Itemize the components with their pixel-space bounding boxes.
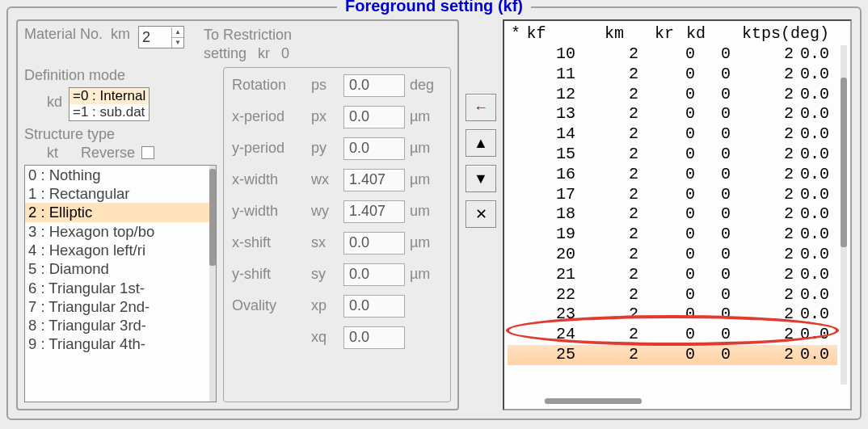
to-restriction-block: To Restriction setting kr 0 [204, 26, 292, 64]
list-item[interactable]: 9 : Triangular 4th- [25, 334, 209, 353]
param-sym: sx [311, 234, 339, 251]
col-kr: kr [624, 24, 674, 43]
param-row: x-periodpxµm [232, 106, 442, 128]
button-column: ← ▲ ▼ ✕ [466, 94, 496, 410]
col-kd: kd [674, 24, 706, 43]
param-name: y-period [232, 140, 306, 157]
param-input[interactable] [343, 169, 405, 191]
table-row[interactable]: 1420020.0 [508, 124, 837, 145]
table-row[interactable]: 2020020.0 [508, 245, 837, 265]
param-input[interactable] [343, 106, 405, 128]
param-row: y-periodpyµm [232, 137, 442, 160]
table-body: 1020020.01120020.01220020.01320020.01420… [508, 44, 837, 365]
param-row: x-widthwxµm [232, 169, 442, 191]
param-sym: ps [311, 77, 339, 94]
param-name: Rotation [232, 77, 306, 94]
param-input[interactable] [343, 200, 405, 223]
material-spinbox[interactable]: ▲ ▼ [138, 26, 184, 48]
table-row[interactable]: 1820020.0 [508, 204, 837, 225]
param-unit: deg [410, 77, 442, 94]
table-row[interactable]: 1020020.0 [508, 44, 837, 65]
table-row[interactable]: 1120020.0 [508, 65, 837, 85]
param-unit: µm [410, 171, 442, 188]
param-unit: µm [410, 140, 442, 157]
kr-value: 0 [281, 44, 289, 63]
table-row[interactable]: 2520020.0 [508, 345, 837, 365]
param-sym: wx [311, 171, 339, 188]
x-icon: ✕ [475, 205, 487, 223]
param-row: Rotationpsdeg [232, 74, 442, 97]
list-item[interactable]: 0 : Nothing [25, 166, 209, 184]
spin-up-icon[interactable]: ▲ [172, 27, 183, 38]
table-row[interactable]: 2120020.0 [508, 265, 837, 285]
material-label: Material No. [24, 26, 103, 43]
reverse-checkbox[interactable] [141, 146, 154, 159]
table-row[interactable]: 1320020.0 [508, 104, 837, 124]
definition-mode-label: Definition mode [24, 67, 217, 84]
param-name: y-width [232, 203, 306, 220]
list-item[interactable]: 8 : Triangular 3rd- [25, 316, 209, 334]
kd-option[interactable]: =0 : Internal [70, 88, 149, 104]
param-sym: xp [311, 297, 339, 314]
param-name: x-shift [232, 234, 306, 251]
list-item[interactable]: 1 : Rectangular [25, 184, 209, 203]
list-item[interactable]: 6 : Triangular 1st- [25, 279, 209, 297]
table-row[interactable]: 1720020.0 [508, 185, 837, 205]
col-kf: kf [526, 24, 567, 43]
param-input[interactable] [343, 137, 405, 160]
param-row: Ovalityxp [232, 295, 442, 318]
kd-option[interactable]: =1 : sub.dat [70, 104, 149, 120]
left-panel: Material No. km ▲ ▼ To Restriction setti… [16, 19, 459, 410]
list-item[interactable]: 5 : Diamond [25, 259, 209, 278]
param-row: x-shiftsxµm [232, 232, 442, 254]
arrow-left-icon: ← [474, 99, 488, 116]
material-input[interactable] [139, 27, 171, 47]
list-item[interactable]: 3 : Hexagon top/bo [25, 222, 209, 241]
reverse-label: Reverse [81, 145, 135, 162]
to-restriction-l2: setting [204, 44, 246, 63]
table-row[interactable]: 1620020.0 [508, 165, 837, 185]
param-input[interactable] [343, 263, 405, 286]
kd-sym: kd [47, 94, 62, 111]
list-item[interactable]: 2 : Elliptic [25, 203, 209, 221]
table-hscroll[interactable] [545, 398, 642, 404]
listbox-scrollbar[interactable] [209, 166, 216, 402]
table-row[interactable]: 2420020.0 [508, 325, 837, 345]
up-button[interactable]: ▲ [466, 129, 496, 157]
col-kt: kt [706, 24, 761, 43]
table-header: * kf km kr kd kt ps(deg) [508, 24, 837, 44]
param-input[interactable] [343, 74, 405, 97]
param-row: y-widthwyum [232, 200, 442, 223]
triangle-up-icon: ▲ [474, 135, 488, 152]
param-sym: sy [311, 266, 339, 283]
to-restriction-l1: To Restriction [204, 26, 292, 44]
table-row[interactable]: 1920020.0 [508, 225, 837, 245]
kt-sym: kt [47, 145, 58, 162]
table-scrollbar[interactable] [841, 45, 847, 385]
down-button[interactable]: ▼ [466, 165, 496, 192]
param-row: y-shiftsyµm [232, 263, 442, 286]
table-row[interactable]: 1520020.0 [508, 145, 837, 165]
param-input[interactable] [343, 295, 405, 318]
param-input[interactable] [343, 232, 405, 254]
structure-listbox[interactable]: 0 : Nothing1 : Rectangular2 : Elliptic3 … [24, 165, 217, 402]
data-table[interactable]: * kf km kr kd kt ps(deg) 1020020.0112002… [503, 19, 852, 410]
delete-button[interactable]: ✕ [466, 200, 496, 228]
fieldset-title: Foreground setting (kf) [337, 0, 531, 15]
param-sym: px [311, 108, 339, 125]
table-row[interactable]: 2220020.0 [508, 285, 837, 305]
spin-down-icon[interactable]: ▼ [172, 38, 183, 48]
param-sym: py [311, 140, 339, 157]
triangle-down-icon: ▼ [474, 170, 488, 187]
col-star: * [511, 24, 526, 43]
structure-type-label: Structure type [24, 126, 217, 143]
kd-options[interactable]: =0 : Internal=1 : sub.dat [69, 87, 150, 121]
param-unit: µm [410, 108, 442, 125]
list-item[interactable]: 4 : Hexagon left/ri [25, 241, 209, 259]
param-input[interactable] [343, 326, 405, 349]
table-row[interactable]: 2320020.0 [508, 305, 837, 325]
table-row[interactable]: 1220020.0 [508, 85, 837, 105]
col-km: km [568, 24, 624, 43]
list-item[interactable]: 7 : Triangular 2nd- [25, 297, 209, 316]
back-button[interactable]: ← [466, 94, 496, 121]
